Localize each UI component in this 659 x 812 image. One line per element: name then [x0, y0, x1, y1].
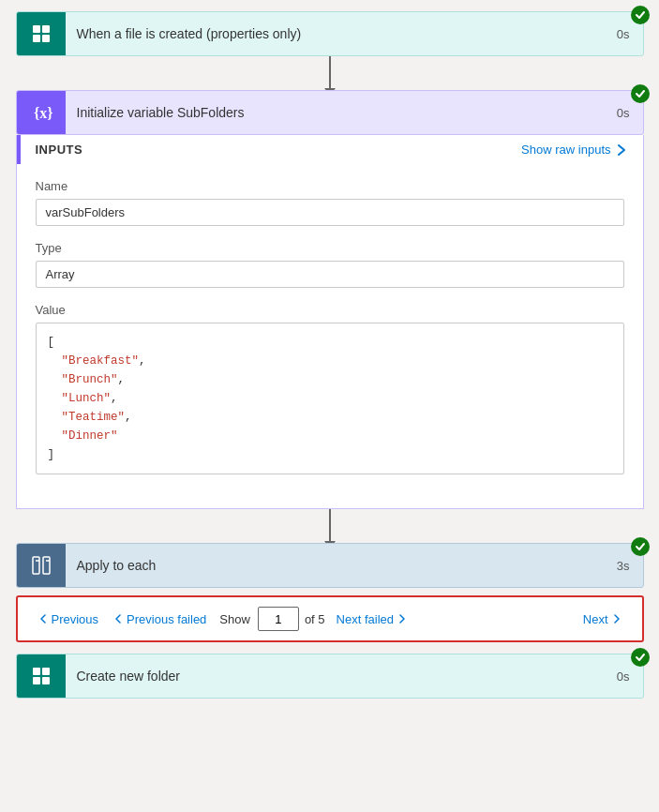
pagination-container: Previous Previous failed Show of 5 Next … [16, 588, 644, 650]
create-folder-success-badge [631, 648, 650, 667]
next-failed-btn[interactable]: Next failed [331, 610, 412, 628]
value-label: Value [36, 303, 624, 317]
pagination-bar: Previous Previous failed Show of 5 Next … [16, 595, 644, 642]
page-input[interactable] [258, 607, 299, 631]
name-field-group: Name varSubFolders [36, 179, 624, 226]
trigger-duration: 0s [604, 27, 643, 41]
trigger-icon [17, 11, 66, 56]
init-var-step: {x} Initialize variable SubFolders 0s IN… [16, 90, 644, 509]
show-raw-inputs-label: Show raw inputs [521, 143, 610, 157]
create-folder-label: Create new folder [66, 669, 604, 684]
svg-rect-9 [33, 668, 40, 675]
type-field-group: Type Array [36, 241, 624, 288]
type-value: Array [36, 261, 624, 288]
value-code: [ "Breakfast", "Brunch", "Lunch", "Teati… [36, 323, 624, 474]
trigger-step: When a file is created (properties only)… [16, 11, 644, 56]
svg-rect-11 [33, 677, 40, 684]
apply-each-label: Apply to each [66, 558, 604, 573]
next-label: Next [583, 612, 608, 626]
svg-rect-6 [43, 557, 50, 574]
create-folder-step: Create new folder 0s [16, 654, 644, 699]
arrow-1 [329, 56, 331, 90]
svg-rect-1 [42, 25, 50, 33]
svg-rect-5 [33, 557, 39, 574]
apply-each-icon [17, 543, 66, 588]
svg-rect-2 [33, 35, 40, 42]
init-var-label: Initialize variable SubFolders [66, 105, 604, 120]
inputs-content: Name varSubFolders Type Array Value [ "B… [17, 164, 643, 508]
apply-each-step: Apply to each 3s [16, 543, 644, 588]
inputs-bar: INPUTS Show raw inputs [17, 135, 643, 164]
apply-each-duration: 3s [604, 559, 643, 573]
show-raw-inputs-btn[interactable]: Show raw inputs [521, 143, 627, 157]
name-label: Name [36, 179, 624, 193]
inputs-label: INPUTS [36, 143, 83, 157]
apply-each-step-header[interactable]: Apply to each 3s [16, 543, 644, 588]
next-btn[interactable]: Next [577, 610, 627, 628]
type-label: Type [36, 241, 624, 255]
name-value: varSubFolders [36, 199, 624, 226]
init-var-success-badge [631, 84, 650, 103]
arrow-2 [329, 509, 331, 543]
trigger-success-badge [631, 6, 650, 24]
previous-btn[interactable]: Previous [33, 610, 105, 628]
svg-rect-12 [42, 677, 50, 684]
apply-each-success-badge [631, 537, 650, 556]
svg-text:{x}: {x} [34, 105, 52, 121]
previous-label: Previous [52, 612, 99, 626]
init-var-body: INPUTS Show raw inputs Name varSubFolder… [16, 135, 644, 509]
previous-failed-label: Previous failed [127, 612, 206, 626]
trigger-label: When a file is created (properties only) [66, 26, 604, 41]
create-folder-duration: 0s [604, 669, 643, 684]
value-field-group: Value [ "Breakfast", "Brunch", "Lunch", … [36, 303, 624, 474]
show-label: Show [219, 612, 250, 626]
svg-rect-3 [42, 35, 50, 42]
next-failed-label: Next failed [337, 612, 394, 626]
svg-rect-0 [33, 25, 40, 33]
create-folder-step-header[interactable]: Create new folder 0s [16, 654, 644, 699]
previous-failed-btn[interactable]: Previous failed [108, 610, 212, 628]
init-var-step-header[interactable]: {x} Initialize variable SubFolders 0s [16, 90, 644, 135]
init-var-duration: 0s [604, 106, 643, 120]
of-label: of 5 [305, 612, 325, 626]
create-folder-icon [17, 654, 66, 699]
trigger-step-header[interactable]: When a file is created (properties only)… [16, 11, 644, 56]
svg-rect-10 [42, 668, 50, 675]
init-var-icon: {x} [17, 90, 66, 135]
